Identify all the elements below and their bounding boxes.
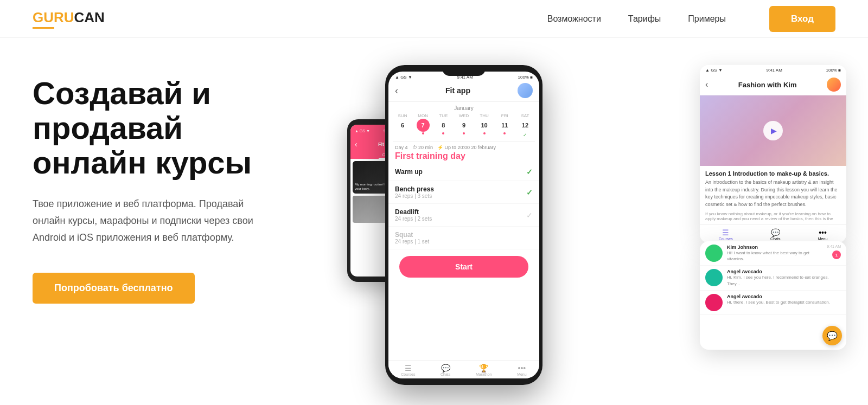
calendar: January SUN 6 MON 7 TUE (388, 102, 539, 141)
phone-main-avatar (518, 83, 533, 98)
login-button[interactable]: Вход (769, 6, 835, 32)
right-panel-statusbar: ▲ GS ▼ 9:41 AM 100% ■ (700, 65, 846, 75)
nav-chats[interactable]: 💬 Chats (441, 364, 450, 376)
rp-nav-menu[interactable]: ••• Menu (818, 228, 828, 241)
day-fri: FRI 11 (496, 113, 513, 138)
chat-row-3[interactable]: Angel Avocado Hi, there. I see you. Best… (700, 291, 846, 315)
phone-right-panel: ▲ GS ▼ 9:41 AM 100% ■ ‹ Fashion with Kim… (700, 65, 846, 243)
exercise-warmup: Warm up ✓ (388, 163, 539, 181)
lesson-title: Lesson 1 Introduction to make-up & basic… (700, 166, 846, 179)
right-panel-bottom-nav: ☰ Courses 💬 Chats ••• Menu (700, 224, 846, 243)
day-thu: THU 10 (476, 113, 493, 138)
day-mon: MON 7 (414, 113, 432, 138)
hero-text-block: Создавай и продавай онлайн курсы Твое пр… (33, 65, 304, 405)
nav-marathon[interactable]: 🏆 Marathon (476, 364, 492, 376)
support-button[interactable]: 💬 (822, 326, 842, 345)
exercise-squat: Squat 24 reps | 1 set (388, 227, 539, 249)
play-icon: ▶ (771, 126, 777, 135)
hero-title: Создавай и продавай онлайн курсы (33, 76, 304, 179)
exercise-deadlift: Deadlift 24 reps | 2 sets ✓ (388, 204, 539, 227)
phone-main-bottom-nav: ☰ Courses 💬 Chats 🏆 Marathon ••• Menu (388, 360, 539, 378)
right-panel-avatar (827, 78, 841, 92)
nav-courses[interactable]: ☰ Courses (401, 364, 415, 376)
day-tue: TUE 8 (435, 113, 452, 138)
right-panel-header: ‹ Fashion with Kim (700, 75, 846, 95)
main-nav: Возможности Тарифы Примеры (547, 14, 726, 24)
lesson-description-more: If you know nothing about makeup, or if … (700, 211, 846, 224)
training-header: Day 4 ⏱ 20 min ⚡ Up to 20:00 20 february… (388, 142, 539, 163)
logo-can: CAN (74, 9, 105, 25)
nav-menu[interactable]: ••• Menu (517, 364, 527, 376)
chat-icon: 💬 (827, 331, 838, 341)
logo-guru: GURU (33, 9, 74, 25)
lesson-description: An introduction to the basics of makeup … (700, 179, 846, 211)
start-button[interactable]: Start (399, 256, 528, 278)
exercise-benchpress: Bench press 24 reps | 3 sets ✓ (388, 181, 539, 204)
phone-notch (442, 65, 486, 76)
chat-row-2[interactable]: Angel Avocado Hi, Kim. I see you here. I… (700, 266, 846, 290)
video-thumbnail[interactable]: ▶ (700, 95, 846, 166)
play-button[interactable]: ▶ (763, 121, 783, 140)
days-row: SUN 6 MON 7 TUE 8 (394, 113, 534, 138)
chat-row-1[interactable]: Kim Johnson HI! I want to know what the … (700, 241, 846, 266)
day-wed: WED 9 (455, 113, 473, 138)
phone-main-screen: ▲ GS ▼ 9:41 AM 100% ■ ‹ Fit app January … (388, 72, 539, 378)
chat-avatar-2 (705, 269, 723, 286)
phone-main: ▲ GS ▼ 9:41 AM 100% ■ ‹ Fit app January … (385, 65, 542, 385)
day-sat: SAT 12 ✓ (516, 113, 534, 138)
hero-subtitle: Твое приложение и веб платформа. Продава… (33, 196, 260, 246)
chat-avatar-3 (705, 294, 723, 311)
try-button[interactable]: Попробовать бесплатно (33, 273, 195, 304)
day-sun: SUN 6 (394, 113, 411, 138)
chat-panel: Kim Johnson HI! I want to know what the … (700, 241, 846, 350)
rp-nav-courses[interactable]: ☰ Courses (719, 228, 733, 241)
nav-features[interactable]: Возможности (547, 14, 601, 24)
header: GURUCAN Возможности Тарифы Примеры Вход (0, 0, 868, 38)
chat-avatar-1 (705, 245, 723, 262)
logo: GURUCAN (33, 9, 105, 29)
hero-section: Создавай и продавай онлайн курсы Твое пр… (0, 38, 868, 405)
logo-underline (33, 27, 54, 29)
rp-nav-chats[interactable]: 💬 Chats (770, 228, 780, 241)
nav-examples[interactable]: Примеры (688, 14, 726, 24)
phones-area: ▲ GS ▼ 9:41 AM 100% ■ ‹ Fit app Courses (304, 65, 835, 405)
phone-main-header: ‹ Fit app (388, 81, 539, 102)
nav-pricing[interactable]: Тарифы (628, 14, 661, 24)
